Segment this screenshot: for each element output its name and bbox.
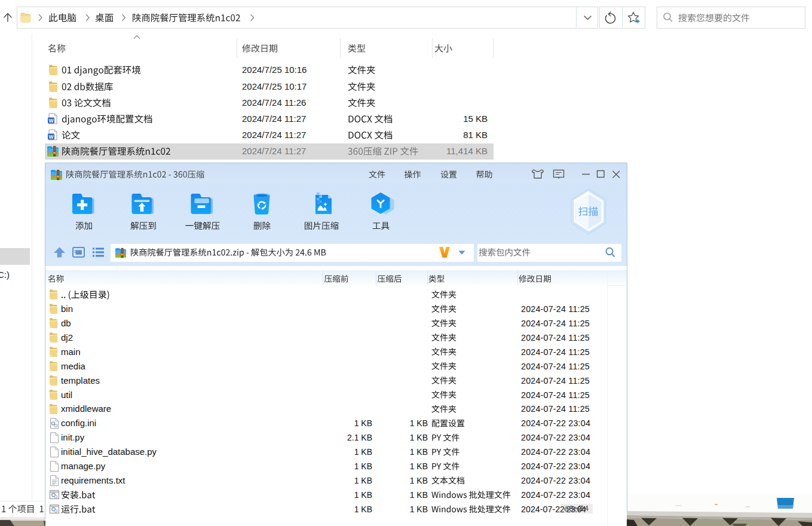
- svg-text:W: W: [48, 134, 54, 140]
- svg-text:W: W: [48, 118, 54, 124]
